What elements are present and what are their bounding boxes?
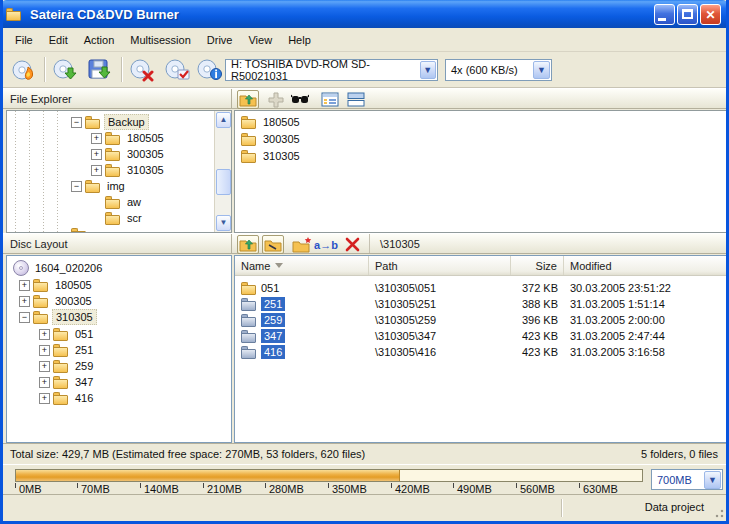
rename-label: a→b	[314, 239, 338, 251]
disc-size-select[interactable]: 700MB ▼	[651, 469, 723, 490]
chevron-down-icon[interactable]: ▼	[420, 61, 436, 79]
table-row-selected[interactable]: 416 \310305\416 423 KB 31.03.2005 3:16:5…	[235, 344, 728, 360]
collapse-icon[interactable]: −	[71, 117, 82, 128]
collapse-icon[interactable]: −	[19, 312, 30, 323]
delete-button[interactable]	[341, 235, 363, 254]
column-header-size[interactable]: Size	[511, 256, 564, 275]
disc-layout-title: Disc Layout	[10, 238, 67, 250]
menu-item-action[interactable]: Action	[76, 31, 123, 49]
tree-item-251[interactable]: + 251	[39, 342, 96, 358]
menu-item-multisession[interactable]: Multisession	[122, 31, 199, 49]
app-window: Sateira CD&DVD Burner ✕ File Edit Action…	[0, 0, 729, 524]
table-row[interactable]: 051 \310305\051 372 KB 30.03.2005 23:51:…	[235, 280, 728, 296]
verify-disc-button[interactable]	[163, 55, 193, 84]
cd-icon	[13, 260, 29, 276]
new-folder-button[interactable]	[291, 235, 313, 254]
tree-item-scr[interactable]: scr	[91, 210, 145, 226]
expand-icon[interactable]: +	[39, 393, 50, 404]
write-image-button[interactable]	[50, 55, 80, 84]
delete-x-icon	[345, 237, 360, 252]
scroll-down-icon[interactable]: ▼	[216, 215, 231, 231]
filter-button[interactable]	[289, 90, 311, 109]
tree-item-180505[interactable]: + 180505	[19, 277, 95, 293]
burn-disc-button[interactable]	[9, 55, 39, 84]
tree-item-aw[interactable]: aw	[91, 194, 144, 210]
rename-button[interactable]: a→b	[315, 235, 337, 254]
menu-item-view[interactable]: View	[240, 31, 280, 49]
window-titlebar: Sateira CD&DVD Burner ✕	[0, 0, 729, 28]
expand-icon[interactable]: +	[91, 149, 102, 160]
add-files-button[interactable]	[265, 90, 287, 109]
file-item-310305[interactable]: 310305	[241, 148, 303, 164]
plus-icon	[268, 92, 284, 108]
save-floppy-icon	[87, 58, 113, 82]
tree-item-img[interactable]: − img	[71, 178, 128, 194]
resize-grip[interactable]	[712, 506, 725, 519]
tree-item-backup[interactable]: − Backup	[71, 114, 149, 130]
column-header-name[interactable]: Name	[235, 256, 369, 275]
file-explorer-files-panel: 180505 300305 310305	[234, 110, 729, 233]
tree-item-180505[interactable]: + 180505	[91, 130, 167, 146]
menu-item-file[interactable]: File	[7, 31, 41, 49]
toolbar-separator	[44, 57, 46, 82]
folder-up-icon	[239, 237, 257, 252]
table-row-selected[interactable]: 259 \310305\259 396 KB 31.03.2005 2:00:0…	[235, 312, 728, 328]
selection-count-text: 5 folders, 0 files	[641, 448, 718, 460]
file-explorer-tree-panel: − Backup + 180505 + 300305 + 310305 − im…	[6, 110, 232, 233]
expand-icon[interactable]: +	[91, 133, 102, 144]
tree-item-300305[interactable]: + 300305	[91, 146, 167, 162]
chevron-down-icon[interactable]: ▼	[533, 61, 550, 79]
disc-info-button[interactable]	[195, 55, 225, 84]
expand-icon[interactable]: +	[39, 361, 50, 372]
table-row-selected[interactable]: 251 \310305\251 388 KB 31.03.2005 1:51:1…	[235, 296, 728, 312]
expand-icon[interactable]: +	[91, 165, 102, 176]
drive-select[interactable]: H: TOSHIBA DVD-ROM SD-R50021031 ▼	[225, 59, 438, 81]
tree-item-347[interactable]: + 347	[39, 374, 96, 390]
disc-layout-header: Disc Layout a→b	[3, 233, 726, 254]
details-view-button[interactable]	[319, 90, 341, 109]
erase-disc-button[interactable]	[127, 55, 157, 84]
folder-up-button[interactable]	[237, 90, 259, 109]
total-size-text: Total size: 429,7 MB (Estimated free spa…	[10, 448, 365, 460]
split-view-button[interactable]	[345, 90, 367, 109]
window-title: Sateira CD&DVD Burner	[30, 7, 179, 22]
expand-icon[interactable]: +	[19, 280, 30, 291]
minimize-button[interactable]	[654, 4, 675, 25]
disc-size-value: 700MB	[657, 474, 692, 486]
disc-info-icon	[197, 58, 223, 82]
menu-item-drive[interactable]: Drive	[199, 31, 241, 49]
scrollbar-thumb[interactable]	[216, 169, 231, 195]
menu-item-edit[interactable]: Edit	[41, 31, 76, 49]
save-project-button[interactable]	[85, 55, 115, 84]
file-item-180505[interactable]: 180505	[241, 114, 303, 130]
tree-item-310305[interactable]: + 310305	[91, 162, 167, 178]
column-header-modified[interactable]: Modified	[564, 256, 728, 275]
maximize-button[interactable]	[677, 4, 698, 25]
folder-up-button[interactable]	[237, 235, 259, 254]
expand-icon[interactable]: +	[39, 329, 50, 340]
tree-item-300305[interactable]: + 300305	[19, 293, 95, 309]
column-header-path[interactable]: Path	[369, 256, 511, 275]
tree-item-416[interactable]: + 416	[39, 390, 96, 406]
close-button[interactable]: ✕	[700, 4, 721, 25]
expand-icon[interactable]: +	[39, 377, 50, 388]
split-view-icon	[347, 92, 365, 107]
tree-item-051[interactable]: + 051	[39, 326, 96, 342]
file-item-300305[interactable]: 300305	[241, 131, 303, 147]
tree-item-310305[interactable]: − 310305	[19, 309, 97, 325]
menu-item-help[interactable]: Help	[280, 31, 319, 49]
disc-layout-tree-panel: 1604_020206 + 180505 + 300305 − 310305 +…	[6, 255, 232, 443]
table-row-selected[interactable]: 347 \310305\347 423 KB 31.03.2005 2:47:4…	[235, 328, 728, 344]
burn-speed-select[interactable]: 4x (600 KB/s) ▼	[445, 59, 552, 81]
expand-icon[interactable]: +	[19, 296, 30, 307]
collapse-icon[interactable]: −	[71, 181, 82, 192]
chevron-down-icon[interactable]: ▼	[704, 471, 721, 489]
tree-scrollbar[interactable]: ▲ ▼	[214, 111, 231, 232]
scroll-up-icon[interactable]: ▲	[216, 112, 231, 128]
expand-icon[interactable]: +	[39, 345, 50, 356]
root-folder-button[interactable]	[262, 235, 284, 254]
tree-item-disc-root[interactable]: 1604_020206	[13, 260, 105, 276]
tree-item-259[interactable]: + 259	[39, 358, 96, 374]
current-path: \310305	[380, 238, 420, 250]
verify-disc-icon	[165, 58, 191, 82]
